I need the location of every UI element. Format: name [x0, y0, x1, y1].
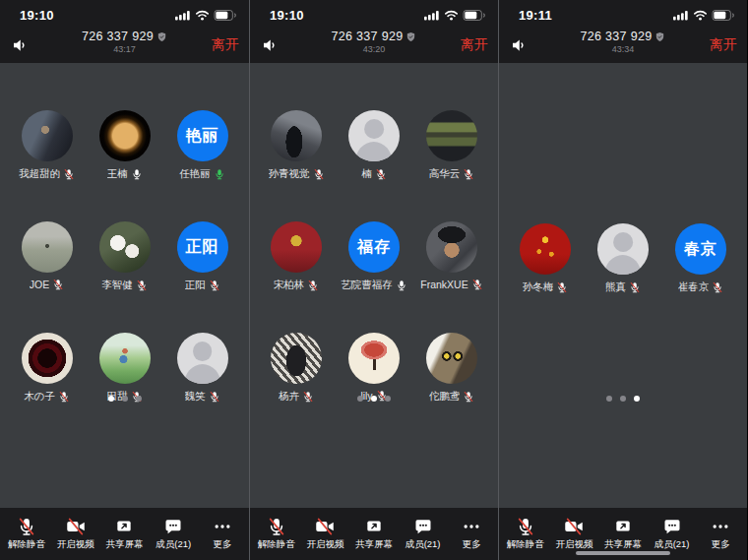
share-screen-icon	[363, 517, 385, 536]
participant-tile[interactable]: 熊真	[585, 223, 662, 294]
grid-row: 我超甜的 王楠 艳丽 任艳丽	[8, 110, 241, 181]
share-screen-icon	[113, 517, 135, 536]
participant-tile[interactable]: 高华云	[413, 110, 491, 181]
page-dot	[634, 396, 640, 402]
mic-muted-icon	[307, 280, 319, 291]
participant-tile[interactable]: 春京 崔春京	[662, 223, 740, 294]
grid-row: 木の子 田甜 魏笑	[8, 333, 241, 404]
avatar	[22, 221, 73, 273]
speaker-icon[interactable]	[509, 33, 534, 57]
speaker-icon[interactable]	[10, 33, 35, 57]
participant-tile[interactable]: 佗鹏鸢	[413, 333, 491, 404]
mic-speaking-icon	[214, 168, 225, 180]
participant-name: 我超甜的	[19, 167, 60, 181]
page-indicator[interactable]	[0, 396, 249, 402]
shield-icon	[156, 31, 167, 42]
page-dot	[357, 396, 363, 402]
participants-button[interactable]: 成员(21)	[150, 517, 198, 551]
participant-name: 任艳丽	[179, 167, 211, 181]
participants-button[interactable]: 成员(21)	[399, 517, 447, 551]
mic-muted-icon	[52, 279, 64, 290]
participant-tile[interactable]: 木の子	[8, 333, 86, 404]
start-video-button[interactable]: 开启视频	[550, 517, 598, 551]
participant-tile[interactable]: 田甜	[86, 333, 163, 404]
status-icons	[175, 10, 237, 21]
mic-muted-icon	[63, 168, 75, 180]
home-indicator[interactable]	[576, 551, 670, 555]
page-dot	[385, 396, 391, 402]
participant-tile[interactable]: 魏笑	[163, 333, 241, 404]
grid-row: 杨卉 lily 佗鹏鸢	[258, 333, 491, 404]
cellular-signal-icon	[673, 10, 689, 21]
wifi-icon	[444, 10, 459, 21]
participant-tile[interactable]: 王楠	[86, 110, 163, 181]
unmute-button[interactable]: 解除静音	[501, 517, 549, 551]
more-button[interactable]: 更多	[199, 517, 247, 551]
participant-tile[interactable]: JOE	[8, 221, 86, 292]
avatar-initials: 艳丽	[177, 110, 228, 161]
mic-muted-icon	[16, 517, 37, 536]
status-time: 19:10	[20, 8, 54, 23]
avatar	[99, 221, 151, 273]
participant-grid: 我超甜的 王楠 艳丽 任艳丽 JOE 李智健 正阳 正阳	[0, 63, 249, 508]
leave-button[interactable]: 离开	[710, 36, 737, 54]
page-dot	[620, 396, 626, 402]
leave-button[interactable]: 离开	[461, 36, 488, 54]
participant-name: 正阳	[185, 279, 206, 292]
avatar-initials: 福存	[348, 221, 400, 273]
battery-icon	[712, 10, 735, 21]
mic-muted-icon	[209, 280, 220, 291]
page-indicator[interactable]	[250, 396, 498, 402]
mic-muted-icon	[712, 281, 723, 293]
status-icons	[673, 10, 735, 21]
status-time: 19:10	[270, 8, 304, 23]
page-dot	[122, 396, 128, 402]
participant-tile[interactable]: FrankXUE	[413, 221, 491, 292]
share-screen-button[interactable]: 共享屏幕	[598, 517, 647, 551]
participant-tile[interactable]: lily	[336, 333, 413, 404]
start-video-button[interactable]: 开启视频	[301, 517, 349, 551]
participant-tile[interactable]: 艳丽 任艳丽	[163, 110, 241, 181]
more-button[interactable]: 更多	[448, 517, 496, 551]
share-screen-button[interactable]: 共享屏幕	[100, 517, 149, 551]
participant-tile[interactable]: 我超甜的	[8, 110, 86, 181]
avatar	[22, 110, 73, 161]
mic-muted-icon	[313, 168, 325, 180]
unmute-button[interactable]: 解除静音	[2, 517, 50, 551]
meeting-id: 726 337 929	[581, 30, 653, 43]
call-header: 726 337 929 43:34 离开	[499, 28, 747, 63]
start-video-button[interactable]: 开启视频	[51, 517, 99, 551]
participant-tile[interactable]: 楠	[336, 110, 413, 181]
participant-tile[interactable]: 杨卉	[258, 333, 336, 404]
avatar-initials: 正阳	[177, 221, 228, 273]
participant-grid: 孙冬梅 熊真 春京 崔春京	[499, 63, 747, 508]
leave-button[interactable]: 离开	[212, 36, 239, 54]
avatar	[271, 333, 322, 384]
avatar	[426, 333, 477, 384]
participant-tile[interactable]: 正阳 正阳	[163, 221, 241, 292]
participant-name: 宋柏林	[274, 279, 305, 292]
mic-muted-icon	[629, 281, 641, 293]
participant-tile[interactable]: 李智健	[86, 221, 163, 292]
participant-tile[interactable]: 孙青视觉	[258, 110, 336, 181]
participant-name: 孙青视觉	[269, 167, 310, 181]
participant-tile[interactable]: 宋柏林	[258, 221, 336, 292]
mic-muted-icon	[471, 279, 483, 290]
avatar	[99, 110, 151, 161]
shield-icon	[654, 31, 665, 42]
meeting-toolbar: 解除静音 开启视频 共享屏幕 成员(21) 更多	[0, 508, 249, 560]
participants-button[interactable]: 成员(21)	[648, 517, 696, 551]
avatar	[99, 333, 151, 384]
page-indicator[interactable]	[499, 396, 747, 402]
unmute-button[interactable]: 解除静音	[252, 517, 300, 551]
participant-tile[interactable]: 福存 艺院曹福存	[336, 221, 413, 292]
battery-icon	[463, 10, 486, 21]
more-button[interactable]: 更多	[697, 517, 745, 551]
meeting-id: 726 337 929	[332, 30, 404, 43]
cellular-signal-icon	[175, 10, 191, 21]
share-screen-button[interactable]: 共享屏幕	[349, 517, 398, 551]
speaker-icon[interactable]	[260, 33, 285, 57]
avatar	[348, 333, 400, 384]
mic-muted-icon	[515, 517, 536, 536]
participant-tile[interactable]: 孙冬梅	[507, 223, 585, 294]
